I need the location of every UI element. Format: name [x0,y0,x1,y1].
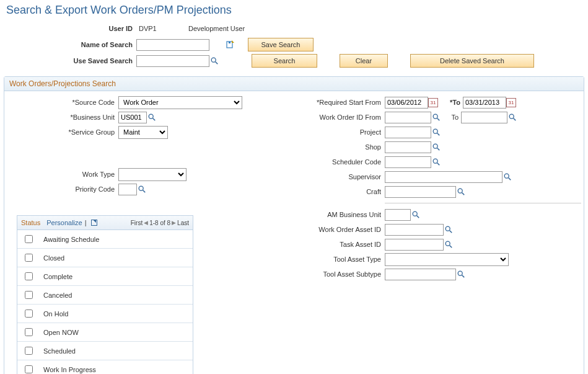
business-unit-input[interactable] [118,112,147,123]
priority-code-label: Priority Code [7,185,118,193]
search-button[interactable]: Search [252,54,317,68]
name-of-search-label: Name of Search [6,41,136,48]
service-group-select[interactable]: Maint [118,126,168,139]
wo-id-from-input[interactable] [385,112,431,123]
status-checkbox[interactable] [25,272,33,280]
priority-code-input[interactable] [118,184,137,195]
lookup-icon[interactable] [456,269,466,279]
status-row: Canceled [17,286,193,305]
lookup-icon[interactable] [147,112,157,122]
lookup-icon[interactable] [137,184,147,194]
svg-line-3 [216,62,218,65]
svg-line-7 [143,190,146,193]
tool-asset-subtype-input[interactable] [385,269,456,280]
req-start-from-label: *Required Start From [261,99,385,106]
wo-asset-input[interactable] [385,224,444,236]
user-id-label: User ID [6,25,136,32]
req-start-from-input[interactable] [385,97,428,109]
svg-line-13 [437,133,440,136]
work-type-select[interactable] [118,168,186,181]
req-start-to-input[interactable] [463,97,506,109]
calendar-icon[interactable]: 31 [506,98,516,107]
svg-line-21 [462,193,465,195]
svg-rect-1 [229,42,230,43]
craft-input[interactable] [385,186,456,198]
user-name-value: Development User [186,24,247,33]
lookup-icon[interactable] [456,187,466,197]
user-id-value: DVP1 [136,24,186,33]
req-start-to-label: *To [449,99,463,106]
wo-id-to-input[interactable] [461,112,507,123]
lookup-icon[interactable] [502,172,512,182]
clear-button[interactable]: Clear [340,54,388,68]
status-checkbox[interactable] [25,254,33,262]
svg-point-16 [433,159,437,163]
save-search-button[interactable]: Save Search [248,38,314,51]
svg-point-18 [504,174,509,178]
svg-point-14 [433,144,437,148]
lookup-icon[interactable] [431,127,441,137]
scheduler-code-label: Scheduler Code [261,158,385,166]
svg-line-29 [462,275,465,278]
use-saved-search-input[interactable] [136,55,209,67]
project-label: Project [261,128,385,136]
status-grid: Status Personalize | First ◀ 1-8 of 8 ▶ … [17,215,193,374]
lookup-icon[interactable] [209,56,219,66]
tool-asset-type-label: Tool Asset Type [261,256,385,263]
status-checkbox[interactable] [25,235,33,243]
shop-input[interactable] [385,141,431,153]
personalize-link[interactable]: Personalize [46,219,82,226]
status-label: Canceled [40,286,193,305]
lookup-icon[interactable] [507,112,517,122]
delete-saved-search-button[interactable]: Delete Saved Search [410,54,534,68]
svg-line-11 [514,118,516,121]
wo-id-from-label: Work Order ID From [261,114,385,121]
status-label: On Hold [40,305,193,323]
scheduler-code-input[interactable] [385,156,431,168]
lookup-icon[interactable] [431,112,441,122]
calendar-icon[interactable]: 31 [428,98,438,107]
status-checkbox[interactable] [25,291,33,299]
task-asset-input[interactable] [385,239,444,251]
svg-point-26 [445,241,450,246]
am-bu-input[interactable] [385,209,411,221]
task-asset-label: Task Asset ID [261,241,385,248]
lookup-icon[interactable] [431,157,441,167]
status-label: Open NOW [40,323,193,342]
svg-point-12 [433,129,437,133]
save-config-icon[interactable] [226,40,235,50]
work-type-label: Work Type [7,171,118,178]
last-link[interactable]: Last [177,220,189,226]
lookup-icon[interactable] [411,210,421,220]
lookup-icon[interactable] [444,239,454,249]
svg-line-27 [450,246,452,248]
business-unit-label: *Business Unit [7,114,118,121]
wo-asset-label: Work Order Asset ID [261,226,385,233]
source-code-label: *Source Code [7,99,118,106]
lookup-icon[interactable] [431,142,441,152]
zoom-icon[interactable] [89,218,99,228]
next-arrow-icon[interactable]: ▶ [172,220,176,226]
svg-point-22 [413,211,417,216]
supervisor-input[interactable] [385,171,502,183]
source-code-select[interactable]: Work Order [118,96,242,109]
status-checkbox[interactable] [25,365,33,373]
svg-line-19 [509,178,511,180]
supervisor-label: Supervisor [261,173,385,180]
status-checkbox[interactable] [25,328,33,336]
status-checkbox[interactable] [25,347,33,355]
lookup-icon[interactable] [444,225,454,234]
status-row: Complete [17,267,193,286]
tool-asset-type-select[interactable] [385,253,509,266]
name-of-search-input[interactable] [136,39,209,51]
first-link[interactable]: First [131,220,143,226]
use-saved-search-label: Use Saved Search [6,57,136,65]
project-input[interactable] [385,127,431,138]
svg-point-24 [445,226,450,231]
svg-point-2 [211,58,216,62]
svg-point-10 [509,114,514,118]
status-row: Closed [17,249,193,267]
status-checkbox[interactable] [25,309,33,318]
prev-arrow-icon[interactable]: ◀ [144,220,148,226]
status-row: Scheduled [17,342,193,360]
